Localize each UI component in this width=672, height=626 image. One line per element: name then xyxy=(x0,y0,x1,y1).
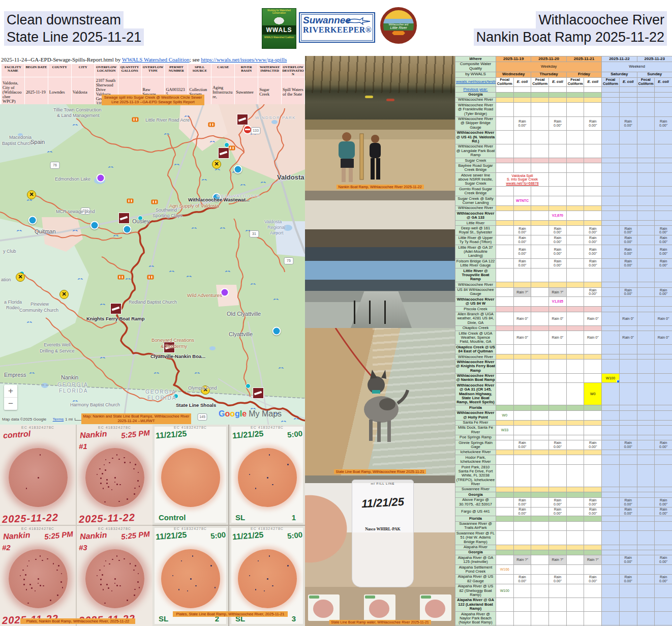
spill-caption: Sewage spill into Sugar Creek @ Westbroo… xyxy=(102,95,204,105)
boat-ramp-marker[interactable] xyxy=(110,303,121,314)
data-cell xyxy=(566,259,584,269)
data-cell: Rain 0.00" xyxy=(513,259,531,269)
bird-marker[interactable] xyxy=(100,303,106,306)
bridge-marker[interactable] xyxy=(132,117,139,122)
data-cell xyxy=(655,221,672,226)
map-label: Sporting Clays xyxy=(152,213,182,218)
map-label: FLORIDA xyxy=(147,395,176,401)
boat-ramp-marker[interactable] xyxy=(237,114,248,125)
railroad-crossing-marker[interactable]: ✕ xyxy=(212,160,221,169)
bird-marker[interactable] xyxy=(164,132,170,136)
data-cell xyxy=(602,345,620,354)
bird-marker[interactable] xyxy=(126,277,131,281)
railroad-crossing-marker[interactable]: ✕ xyxy=(16,273,25,282)
bird-marker[interactable] xyxy=(78,277,83,281)
boat-ramp-marker[interactable] xyxy=(118,213,130,224)
data-cell xyxy=(637,130,655,144)
bird-marker[interactable] xyxy=(273,297,279,301)
colony-speck xyxy=(258,560,259,562)
poi-marker[interactable] xyxy=(90,221,99,230)
data-cell: Rain 0.00" xyxy=(655,497,672,507)
bird-marker[interactable] xyxy=(240,183,246,187)
data-cell xyxy=(637,158,655,163)
testing-link-cell[interactable]: wwals.net/issues/testing/ xyxy=(455,77,496,86)
bird-marker[interactable] xyxy=(27,320,33,324)
bird-marker[interactable] xyxy=(195,371,200,375)
bird-marker[interactable] xyxy=(113,234,119,237)
zoom-in-button[interactable]: + xyxy=(4,385,17,398)
bird-marker[interactable] xyxy=(154,371,160,375)
bird-marker[interactable] xyxy=(225,270,231,273)
bridge-marker[interactable] xyxy=(208,123,215,127)
data-cell xyxy=(566,455,584,465)
data-cell xyxy=(531,507,549,516)
poi-marker[interactable] xyxy=(123,225,132,234)
zoom-out-button[interactable]: − xyxy=(4,398,17,410)
bird-marker[interactable] xyxy=(202,178,207,182)
site-label: Withlacoochee River @ Franklinville Road… xyxy=(455,103,496,116)
wq-row: Allen Branch @ UGA weather, 4281 US 84, … xyxy=(455,312,672,325)
wq-row: Piscola Creek xyxy=(455,307,672,312)
poi-marker[interactable] xyxy=(28,216,37,225)
bird-marker[interactable] xyxy=(17,229,22,232)
railroad-crossing-marker[interactable]: ✕ xyxy=(59,290,69,299)
data-cell xyxy=(549,420,567,425)
bird-marker[interactable] xyxy=(192,226,197,230)
bird-marker[interactable] xyxy=(149,264,155,268)
map-terms-link[interactable]: Terms xyxy=(53,417,64,422)
bird-marker[interactable] xyxy=(261,181,266,184)
data-cell: Rain 0.00" xyxy=(619,116,637,130)
bird-marker[interactable] xyxy=(73,229,78,232)
data-cell xyxy=(513,450,531,455)
wwals-coalition-link[interactable]: WWALS Watershed Coalition xyxy=(122,56,190,63)
bird-marker[interactable] xyxy=(210,140,216,143)
site-label: Alapaha River @ GA 125 (Irwinville) xyxy=(455,555,496,565)
bird-marker[interactable] xyxy=(174,163,180,166)
gauge-dot-marker[interactable] xyxy=(246,383,251,389)
gauge-dot-marker[interactable] xyxy=(224,142,229,147)
ga-spills-link[interactable]: https://wwals.net/issues/vww/ga-spills xyxy=(201,56,287,63)
bird-marker[interactable] xyxy=(100,356,106,360)
bird-marker[interactable] xyxy=(108,165,114,169)
data-cell xyxy=(531,312,549,325)
bird-marker[interactable] xyxy=(187,275,192,278)
spill-note-cell[interactable]: Valdosta SpillS. into Sugar Creekwwals.n… xyxy=(496,173,549,187)
bird-marker[interactable] xyxy=(73,123,78,127)
bird-marker[interactable] xyxy=(281,420,287,423)
attraction-marker[interactable] xyxy=(97,174,105,183)
data-cell xyxy=(655,297,672,307)
data-cell xyxy=(513,521,531,531)
data-cell xyxy=(549,565,567,575)
bird-marker[interactable] xyxy=(47,150,53,154)
data-cell xyxy=(637,465,655,487)
bridge-marker[interactable] xyxy=(127,199,134,203)
boat-ramp-marker[interactable] xyxy=(253,387,264,399)
bridge-marker[interactable] xyxy=(118,275,125,280)
data-cell xyxy=(531,97,549,102)
boat-ramp-marker[interactable] xyxy=(218,147,229,159)
spills-col-header: CITY xyxy=(71,64,95,77)
bird-marker[interactable] xyxy=(29,371,35,375)
bird-marker[interactable] xyxy=(169,270,175,273)
bird-marker[interactable] xyxy=(279,366,284,370)
poi-marker[interactable] xyxy=(234,165,242,174)
bird-marker[interactable] xyxy=(294,417,299,421)
data-cell xyxy=(531,269,549,282)
bridge-marker[interactable] xyxy=(147,275,154,280)
data-cell: Rain 0.00" xyxy=(619,507,637,516)
data-cell xyxy=(566,325,584,331)
data-cell: Rain 0.00" xyxy=(655,235,672,245)
wq-row: Withlacoochee River xyxy=(455,354,672,360)
site-label[interactable]: Previous year: xyxy=(455,87,496,92)
railroad-crossing-marker[interactable]: ✕ xyxy=(27,190,36,199)
bridge-marker[interactable] xyxy=(229,146,235,151)
site-label: Withlacoochee River xyxy=(455,282,496,287)
poi-marker[interactable] xyxy=(272,327,281,336)
data-cell xyxy=(637,269,655,282)
map[interactable]: ✕✕✕✕✕133762213175145Tillie Town Construc… xyxy=(0,104,305,425)
bird-marker[interactable] xyxy=(220,226,226,230)
bird-marker[interactable] xyxy=(251,282,256,286)
site-label: Withlacoochee River @ Langdale Park Boat… xyxy=(455,144,496,158)
data-cell xyxy=(566,598,584,611)
bridge-marker[interactable] xyxy=(151,200,158,204)
